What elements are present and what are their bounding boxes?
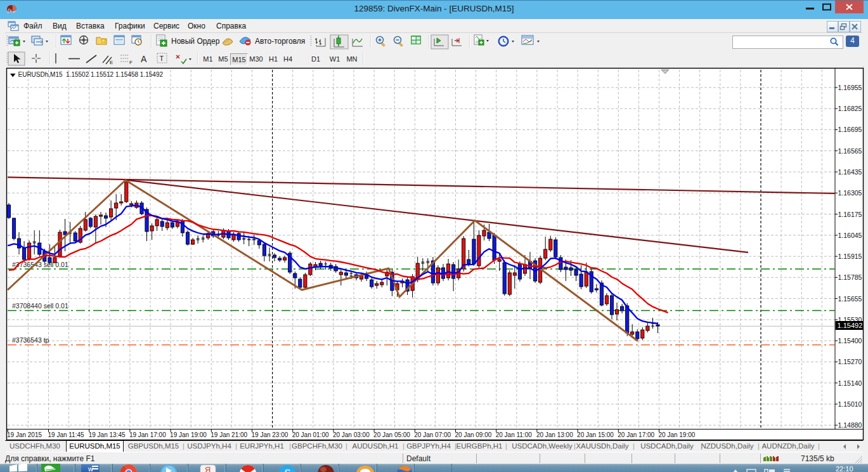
svg-text:20 Jan 05:00: 20 Jan 05:00 (373, 431, 410, 438)
svg-text:1.16045: 1.16045 (838, 232, 862, 239)
svg-text:20 Jan 13:00: 20 Jan 13:00 (536, 431, 573, 438)
svg-text:1.15140: 1.15140 (838, 379, 862, 387)
svg-text:19 Jan 19:00: 19 Jan 19:00 (170, 431, 207, 438)
svg-text:1.16305: 1.16305 (838, 189, 862, 197)
svg-text:Я: Я (205, 465, 211, 472)
svg-text:19 Jan 23:00: 19 Jan 23:00 (252, 431, 288, 438)
svg-text:T: T (160, 55, 164, 62)
svg-text:20 Jan 15:00: 20 Jan 15:00 (577, 431, 614, 438)
svg-text:A: A (141, 54, 147, 64)
svg-text:1.16175: 1.16175 (838, 211, 862, 218)
svg-text:19 Jan 17:00: 19 Jan 17:00 (129, 431, 166, 438)
svg-text:E: E (110, 60, 113, 65)
svg-text:1.15655: 1.15655 (838, 295, 862, 303)
svg-text:20 Jan 17:00: 20 Jan 17:00 (618, 431, 654, 438)
svg-text:1.14880: 1.14880 (838, 421, 862, 429)
svg-text:20 Jan 07:00: 20 Jan 07:00 (414, 431, 451, 438)
svg-text:1.16695: 1.16695 (838, 126, 862, 133)
svg-text:20 Jan 11:00: 20 Jan 11:00 (496, 431, 533, 438)
svg-text:EURUSDh,M15 1.15502 1.15512 1: EURUSDh,M15 1.15502 1.15512 1.15458 1.15… (18, 71, 164, 78)
svg-text:1.15492: 1.15492 (838, 322, 863, 329)
svg-text:20 Jan 09:00: 20 Jan 09:00 (455, 431, 492, 438)
svg-text:#3736543 tp: #3736543 tp (12, 336, 49, 344)
svg-text:1.16955: 1.16955 (838, 84, 862, 91)
svg-text:S: S (285, 467, 291, 472)
svg-text:20 Jan 03:00: 20 Jan 03:00 (333, 431, 370, 438)
svg-text:1.16435: 1.16435 (838, 168, 862, 176)
svg-text:#3736543 sell 0.01: #3736543 sell 0.01 (12, 261, 68, 268)
svg-text:#3708440 sell 0.01: #3708440 sell 0.01 (12, 302, 68, 310)
svg-text:19 Jan 11:45: 19 Jan 11:45 (48, 431, 85, 438)
svg-text:1.16825: 1.16825 (838, 105, 862, 112)
svg-text:1.15010: 1.15010 (838, 400, 862, 408)
svg-text:1.15915: 1.15915 (838, 252, 862, 260)
svg-text:1.15400: 1.15400 (838, 337, 862, 344)
svg-text:19 Jan 13:45: 19 Jan 13:45 (89, 431, 126, 438)
svg-text:19 Jan 21:00: 19 Jan 21:00 (211, 431, 247, 438)
svg-text:1.16565: 1.16565 (838, 147, 862, 155)
svg-text:19 Jan 2015: 19 Jan 2015 (7, 431, 42, 438)
svg-text:fx: fx (8, 7, 12, 13)
svg-text:1.15270: 1.15270 (838, 358, 862, 365)
svg-text:20 Jan 01:00: 20 Jan 01:00 (292, 431, 329, 438)
svg-text:F: F (129, 60, 133, 65)
svg-text:20 Jan 19:00: 20 Jan 19:00 (659, 431, 696, 438)
svg-text:1.15785: 1.15785 (838, 273, 862, 281)
